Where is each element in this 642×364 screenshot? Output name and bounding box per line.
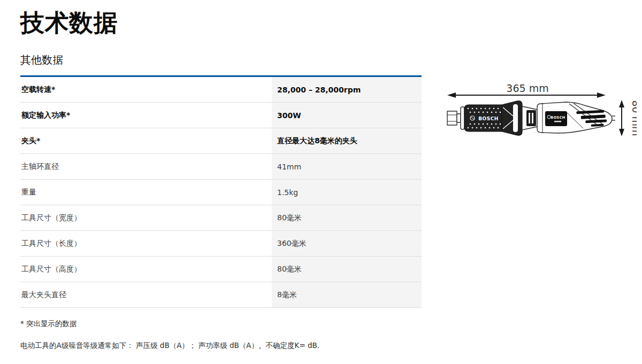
grip-brand-label: BOSCH [478, 116, 499, 121]
table-row: 夹头* 直径最大达8毫米的夹头 [20, 128, 422, 154]
spec-label: 工具尺寸（高度） [20, 257, 272, 282]
table-row: 重量 1.5kg [20, 180, 422, 205]
asterisk-footnote: * 突出显示的数据 [20, 319, 77, 329]
spec-value: 1.5kg [272, 180, 422, 205]
width-dimension: 365 mm [447, 82, 606, 98]
spec-value: 80毫米 [272, 205, 422, 230]
spec-label: 工具尺寸（长度） [20, 231, 272, 256]
table-row: 空载转速* 28,000 – 28,000rpm [20, 77, 422, 103]
spec-value: 41mm [272, 154, 422, 179]
spec-value: 28,000 – 28,000rpm [272, 77, 422, 102]
spec-value: 360毫米 [272, 231, 422, 256]
plate-brand-label: BOSCH [551, 115, 565, 120]
spec-label: 工具尺寸（宽度） [20, 205, 272, 230]
arrow-right-icon [597, 92, 606, 98]
spec-value: 300W [272, 103, 422, 128]
page-title: 技术数据 [20, 10, 118, 36]
spec-value: 80毫米 [272, 257, 422, 282]
spec-value: 直径最大达8毫米的夹头 [272, 128, 422, 153]
technical-data-page: 技术数据 其他数据 空载转速* 28,000 – 28,000rpm 额定输入功… [0, 0, 642, 364]
spec-label: 额定输入功率* [20, 103, 272, 128]
table-row: 工具尺寸（长度） 360毫米 [20, 231, 422, 257]
arrow-up-icon [619, 100, 624, 107]
spec-label: 重量 [20, 180, 272, 205]
product-dimension-diagram: 365 mm [443, 78, 637, 143]
spec-label: 空载转速* [20, 77, 272, 102]
noise-level-footnote: 电动工具的A级噪音等级通常如下： 声压级 dB（A）； 声功率级 dB（A）。不… [20, 341, 319, 351]
spec-value: 8毫米 [272, 282, 422, 307]
table-row: 主轴环直径 41mm [20, 154, 422, 180]
table-row: 工具尺寸（宽度） 80毫米 [20, 205, 422, 231]
width-dimension-label: 365 mm [506, 82, 548, 94]
height-dimension-label: 80 mm [630, 100, 637, 136]
height-dimension: 80 mm [619, 100, 637, 136]
section-title: 其他数据 [20, 53, 63, 67]
table-row: 额定输入功率* 300W [20, 103, 422, 128]
arrow-left-icon [447, 92, 456, 98]
die-grinder-drawing: BOSCH BOSCH [447, 101, 615, 136]
table-row: 最大夹头直径 8毫米 [20, 282, 422, 308]
spec-label: 主轴环直径 [20, 154, 272, 179]
spec-table: 空载转速* 28,000 – 28,000rpm 额定输入功率* 300W 夹头… [20, 75, 422, 308]
arrow-down-icon [619, 129, 624, 136]
table-row: 工具尺寸（高度） 80毫米 [20, 257, 422, 282]
spec-label: 最大夹头直径 [20, 282, 272, 307]
spec-label: 夹头* [20, 128, 272, 153]
